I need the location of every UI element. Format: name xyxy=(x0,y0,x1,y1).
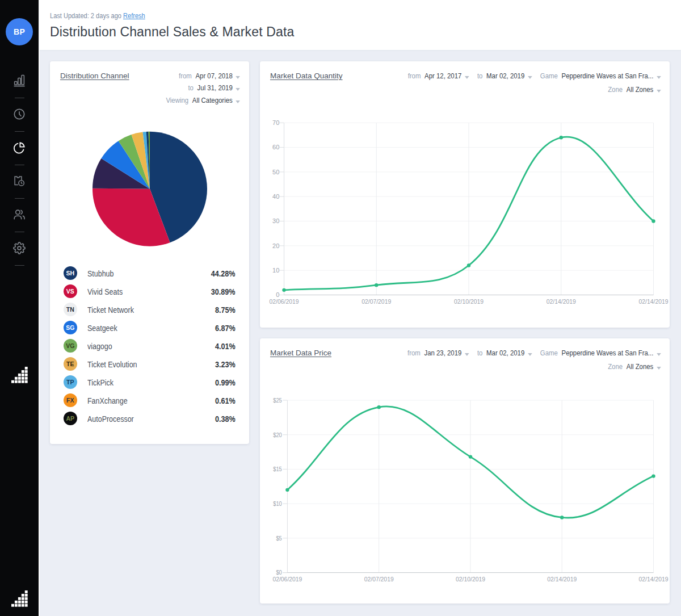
svg-text:02/10/2019: 02/10/2019 xyxy=(456,576,485,583)
svg-text:02/10/2019: 02/10/2019 xyxy=(454,298,484,305)
svg-text:10: 10 xyxy=(272,267,279,274)
svg-text:02/14/2019: 02/14/2019 xyxy=(639,576,669,583)
svg-text:0: 0 xyxy=(276,291,279,298)
svg-text:02/14/2019: 02/14/2019 xyxy=(639,298,669,305)
svg-text:02/06/2019: 02/06/2019 xyxy=(270,298,299,305)
svg-text:$20: $20 xyxy=(273,431,282,438)
svg-text:70: 70 xyxy=(272,119,279,126)
svg-text:02/07/2019: 02/07/2019 xyxy=(364,576,394,583)
svg-text:30: 30 xyxy=(272,217,279,224)
svg-text:$0: $0 xyxy=(276,569,281,576)
svg-text:$15: $15 xyxy=(273,466,282,472)
svg-text:02/14/2019: 02/14/2019 xyxy=(547,576,577,583)
svg-text:$10: $10 xyxy=(273,500,282,507)
svg-text:20: 20 xyxy=(272,242,279,249)
svg-text:02/07/2019: 02/07/2019 xyxy=(361,298,391,305)
svg-text:$25: $25 xyxy=(273,397,282,404)
svg-text:50: 50 xyxy=(272,169,279,175)
svg-text:$5: $5 xyxy=(276,535,281,542)
svg-text:02/14/2019: 02/14/2019 xyxy=(547,298,576,305)
svg-text:60: 60 xyxy=(272,144,279,150)
svg-text:40: 40 xyxy=(272,193,279,200)
svg-text:02/06/2019: 02/06/2019 xyxy=(272,576,302,583)
